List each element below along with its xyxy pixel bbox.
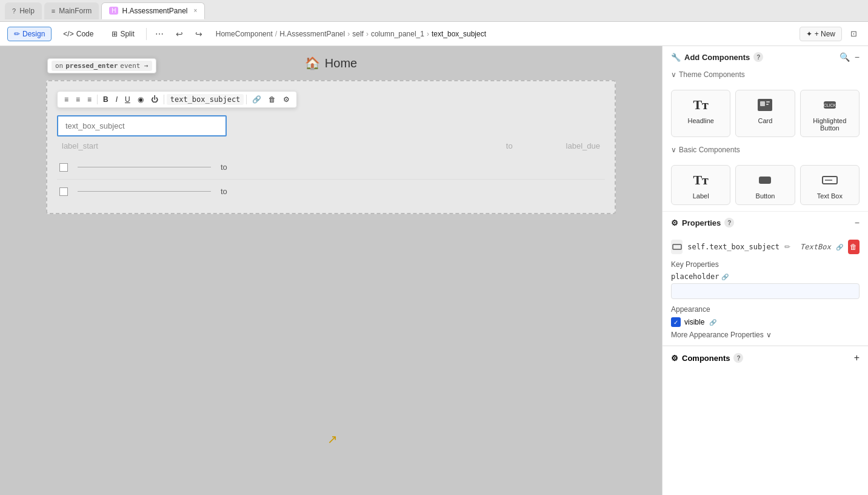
svg-rect-2 (766, 101, 770, 103)
split-label: Split (120, 30, 134, 38)
placeholder-link-icon[interactable]: 🔗 (721, 274, 729, 280)
component-headline[interactable]: Tт Headline (671, 90, 730, 137)
visible-row: ✓ visible 🔗 (671, 317, 860, 327)
split-icon: ⊞ (112, 30, 118, 38)
component-self-label: self.text_box_subject (687, 243, 780, 251)
design-label: Design (22, 30, 45, 38)
checkbox-1-line (78, 167, 211, 167)
design-button[interactable]: ✏ Design (7, 27, 52, 41)
settings-button[interactable]: ⚙ (280, 93, 293, 106)
component-type-badge: TextBox (800, 243, 831, 251)
breadcrumb-part-1[interactable]: HomeComponent (216, 30, 273, 38)
text-box-comp-icon (820, 170, 840, 190)
right-panel: 🔧 Add Components ? 🔍 − ∨ Theme Component… (662, 46, 868, 495)
more-options-button[interactable]: ⋯ (152, 27, 167, 41)
undo-button[interactable]: ↩ (172, 27, 187, 41)
add-components-collapse[interactable]: − (855, 52, 860, 62)
properties-section: ⚙ Properties ? − self.text_box_subject ✏… (663, 212, 868, 346)
breadcrumb: HomeComponent / H.AssessmentPanel › self… (216, 30, 486, 38)
text-box-subject-input[interactable] (57, 115, 227, 136)
float-sep-2 (164, 95, 164, 104)
component-card[interactable]: Card (735, 90, 795, 137)
add-components-header[interactable]: 🔧 Add Components ? 🔍 − (663, 46, 868, 68)
breadcrumb-part-4[interactable]: column_panel_1 (371, 30, 424, 38)
redo-button[interactable]: ↪ (192, 27, 206, 41)
more-appearance-button[interactable]: More Appearance Properties ∨ (671, 331, 860, 339)
breadcrumb-part-3[interactable]: self (352, 30, 364, 38)
properties-header[interactable]: ⚙ Properties ? − (663, 212, 868, 234)
label-comp-label: Label (693, 192, 709, 200)
align-right-button[interactable]: ≡ (84, 93, 95, 106)
form-panel: on pressed_enter event → ≡ ≡ ≡ B I U ◉ ⏻… (46, 80, 616, 214)
align-center-button[interactable]: ≡ (73, 93, 83, 106)
code-button[interactable]: </> Code (56, 27, 100, 41)
bold-button[interactable]: B (100, 93, 112, 106)
edit-name-icon[interactable]: ✏ (784, 243, 790, 251)
event-label: on pressed_enter event → (52, 61, 152, 71)
breadcrumb-current: text_box_subject (432, 30, 486, 38)
delete-component-button[interactable]: 🗑 (848, 240, 860, 254)
checkbox-row-1: to (57, 155, 605, 180)
visibility-button[interactable]: ◉ (135, 93, 147, 106)
toolbar-separator-1 (146, 28, 147, 40)
properties-help[interactable]: ? (724, 218, 734, 227)
breadcrumb-sep-4: › (427, 30, 429, 38)
link-button[interactable]: 🔗 (249, 93, 264, 106)
tab-help[interactable]: ? Help (5, 2, 42, 19)
tab-assessment[interactable]: H H.AssessmentPanel × (101, 2, 205, 19)
component-text-box[interactable]: Text Box (800, 165, 860, 205)
breadcrumb-part-2[interactable]: H.AssessmentPanel (279, 30, 345, 38)
main-layout: 🏠 Home on pressed_enter event → ≡ ≡ ≡ B (0, 46, 868, 495)
placeholder-input[interactable] (671, 283, 860, 299)
checkbox-1[interactable] (59, 163, 68, 172)
headline-icon: Tт (691, 95, 710, 115)
delete-button[interactable]: 🗑 (265, 93, 279, 106)
properties-collapse[interactable]: − (855, 218, 860, 227)
mouse-cursor: ↗ (327, 432, 338, 446)
card-icon (755, 95, 775, 115)
underline-button[interactable]: U (122, 93, 133, 106)
add-component-button[interactable]: + (854, 352, 860, 363)
component-label[interactable]: Tт Label (671, 165, 730, 205)
add-components-help[interactable]: ? (753, 52, 763, 62)
properties-header-left: ⚙ Properties ? (671, 218, 734, 227)
power-button[interactable]: ⏻ (148, 93, 161, 106)
button-comp-icon (755, 170, 775, 190)
layout-toggle-button[interactable]: ⊡ (847, 27, 861, 41)
checkbox-2[interactable] (59, 187, 68, 196)
component-highlighted-button[interactable]: CLICK Highlighted Button (800, 90, 860, 137)
theme-components-title: Theme Components (679, 70, 745, 79)
home-title-text: Home (325, 56, 357, 70)
breadcrumb-sep-3: › (366, 30, 369, 38)
design-icon: ✏ (14, 30, 20, 38)
toolbar-right: ✦ + New ⊡ (800, 27, 861, 41)
placeholder-prop-row: placeholder 🔗 (671, 272, 860, 299)
theme-collapse-icon[interactable]: ∨ (671, 70, 676, 79)
tab-assessment-close[interactable]: × (194, 7, 198, 14)
tab-mainform[interactable]: ≡ MainForm (44, 2, 99, 19)
date-row: label_start to label_due (57, 136, 605, 155)
search-icon[interactable]: 🔍 (840, 52, 850, 62)
tab-mainform-label: MainForm (59, 7, 92, 15)
new-button[interactable]: ✦ + New (800, 27, 842, 41)
mainform-tab-icon: ≡ (52, 7, 55, 15)
checkbox-1-to: to (221, 163, 227, 172)
breadcrumb-sep-2: › (347, 30, 350, 38)
assessment-tab-icon: H (109, 7, 118, 15)
label-start: label_start (62, 141, 98, 150)
italic-button[interactable]: I (113, 93, 121, 106)
component-button[interactable]: Button (735, 165, 795, 205)
visible-link-icon: 🔗 (709, 319, 716, 326)
component-name-label: text_box_subject (167, 94, 244, 105)
code-label: Code (76, 30, 94, 38)
text-box-comp-label: Text Box (817, 192, 843, 200)
basic-collapse-icon[interactable]: ∨ (671, 146, 676, 154)
components-title: Components (682, 354, 730, 363)
align-left-button[interactable]: ≡ (61, 93, 72, 106)
components-help[interactable]: ? (733, 353, 743, 363)
label-comp-icon: Tт (691, 170, 710, 190)
visible-checkbox[interactable]: ✓ (671, 317, 681, 327)
add-components-header-left: 🔧 Add Components ? (671, 52, 763, 62)
appearance-section: Appearance ✓ visible 🔗 More Appearance P… (671, 305, 860, 339)
split-button[interactable]: ⊞ Split (105, 27, 141, 41)
